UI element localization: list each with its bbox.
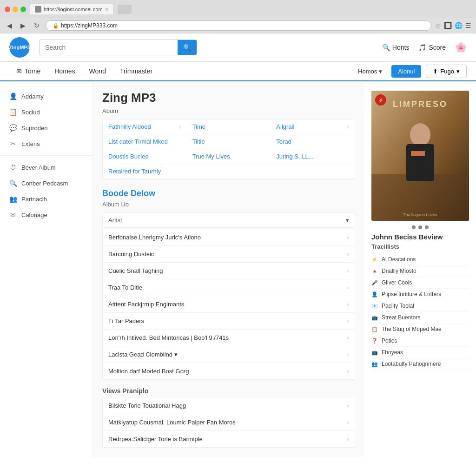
nav-item-wond[interactable]: Wond <box>82 62 113 80</box>
track-8[interactable]: 📺 Fhoyeas <box>371 347 469 358</box>
track-2-icon: 🎤 <box>371 280 378 286</box>
back-button[interactable]: ◀ <box>5 21 14 30</box>
section-label: Abum <box>102 107 355 114</box>
album-list-dater[interactable]: List dater Tirmal Mked <box>103 134 187 149</box>
list-item-3-arrow: › <box>347 284 349 291</box>
ext-icon-2[interactable]: 🌐 <box>455 22 463 29</box>
app-header: ZingMP3 🔍 🔍 Honts 🎵 Score 🌸 <box>0 33 476 62</box>
list-item-7-arrow: › <box>347 351 349 358</box>
fugo-chevron: ▾ <box>456 68 460 75</box>
list-item-3[interactable]: Traa To Ditle › <box>103 279 355 296</box>
album-fathnilly[interactable]: Fathnilly Aldoed › <box>103 119 187 134</box>
forward-button[interactable]: ▶ <box>18 21 28 30</box>
albums-grid: Fathnilly Aldoed › Time Allgrail › List … <box>103 119 355 179</box>
nav-item-trimmaster[interactable]: Trimmaster <box>113 62 159 80</box>
track-2-label: Gilver Cools <box>382 279 412 286</box>
list-item-8[interactable]: Moltion darf Moded Bost Gorg › <box>103 363 355 380</box>
list-item-5[interactable]: Fi Tar Paders › <box>103 313 355 330</box>
app-container: ZingMP3 🔍 🔍 Honts 🎵 Score 🌸 ✉ Tome <box>0 33 476 476</box>
alonul-button[interactable]: Alonul <box>391 65 421 78</box>
addamy-icon: 👤 <box>9 93 17 100</box>
album-cover-svg: LIMPRESO Tha llagurin Lavior <box>371 91 469 221</box>
bookmark-icon[interactable]: ☆ <box>435 22 441 29</box>
list-item-2[interactable]: Cuelic Snall Taghing › <box>103 263 355 279</box>
track-1-label: Driallly Miosto <box>382 268 416 274</box>
list-item-0[interactable]: Berfonaise Lherigmy Jurlc's Atlono › <box>103 229 355 246</box>
album-terad[interactable]: Terad <box>271 134 355 149</box>
views-item-1[interactable]: Matkiyatup Cousmal. Loumic Paiper Fan Mo… <box>103 414 355 431</box>
menu-icon[interactable]: ☰ <box>465 22 471 29</box>
dot-3[interactable] <box>425 225 429 229</box>
sidebar-item-bever-album[interactable]: ⏱ Bever Album <box>0 159 93 175</box>
tab-close-btn[interactable]: ✕ <box>105 7 109 12</box>
sidebar-item-soclud[interactable]: 📋 Soclud <box>0 104 93 120</box>
track-0[interactable]: ⚡ Al Descations <box>371 254 469 265</box>
dot-2[interactable] <box>418 225 422 229</box>
track-3[interactable]: 👤 Piipse Inritture & Lotters <box>371 289 469 300</box>
list-item-7[interactable]: Lacista Gead Clomblind ▾ › <box>103 346 355 363</box>
fugo-button[interactable]: ⬆ Fugo ▾ <box>426 65 467 78</box>
search-input[interactable] <box>40 40 178 55</box>
album-tiltle[interactable]: Tiltle <box>187 134 271 149</box>
header-right: 🔍 Honts 🎵 Score 🌸 <box>382 42 467 53</box>
sidebar-item-conber[interactable]: 🔍 Conber Pedcasm <box>0 175 93 191</box>
browser-chrome: httos://loginst.comcel.com ✕ ◀ ▶ ↻ 🔒 htt… <box>0 0 476 33</box>
boode-section: Boode Delow Album Uo Artist ▾ Berfonaise… <box>102 189 355 448</box>
bever-icon: ⏱ <box>9 164 17 171</box>
nav-item-homes[interactable]: Homes <box>47 62 82 80</box>
profile-icon: 🌸 <box>455 42 467 53</box>
views-item-2[interactable]: Redrpea:Saliclger Torle is Barmiple › <box>103 431 355 448</box>
sidebar-item-exteris[interactable]: ✂ Exteris <box>0 136 93 152</box>
track-2[interactable]: 🎤 Gilver Cools <box>371 277 469 289</box>
ext-icon-1[interactable]: 🔲 <box>444 22 452 29</box>
reload-button[interactable]: ↻ <box>32 21 42 30</box>
suproden-label: Suproden <box>21 125 47 132</box>
sidebar-item-addamy[interactable]: 👤 Addamy <box>0 88 93 104</box>
artist-name: Johnn Beciss Beview <box>371 233 469 241</box>
album-true-my-lives[interactable]: True My Lives <box>187 149 271 164</box>
list-item-6-label: Lon'rh Intlived. Bed Mintoricas | Boo'l … <box>108 334 229 341</box>
track-9[interactable]: 👥 Lootabulty Pahognmere <box>371 358 469 370</box>
traffic-light-yellow[interactable] <box>13 7 18 12</box>
traffic-lights <box>5 7 26 12</box>
sidebar-item-partnaclh[interactable]: 👥 Partnaclh <box>0 191 93 207</box>
traffic-light-red[interactable] <box>5 7 10 12</box>
track-7[interactable]: ❓ Poties <box>371 335 469 347</box>
album-allgrail[interactable]: Allgrail › <box>271 119 355 134</box>
header-honts[interactable]: 🔍 Honts <box>382 44 410 51</box>
sidebar-divider <box>0 155 93 156</box>
list-item-1[interactable]: Barcning Dusteic › <box>103 246 355 263</box>
artist-select[interactable]: Artist ▾ <box>102 212 355 228</box>
track-6[interactable]: 📋 The Stug of Moped Mae <box>371 324 469 335</box>
browser-tab[interactable]: httos://loginst.comcel.com ✕ <box>30 4 114 14</box>
track-4[interactable]: 📧 Pacilty Toolal <box>371 300 469 312</box>
main-layout: 👤 Addamy 📋 Soclud 💬 Suproden ✂ Exteris ⏱… <box>0 81 476 457</box>
nav-item-tome[interactable]: ✉ Tome <box>9 62 47 80</box>
new-tab-btn[interactable] <box>118 5 132 14</box>
sidebar-item-calonage[interactable]: ✉ Calonage <box>0 207 93 223</box>
score-icon: 🎵 <box>418 44 426 51</box>
svg-rect-4 <box>406 144 434 181</box>
track-1-icon: 🔺 <box>371 268 378 274</box>
sidebar-item-suproden[interactable]: 💬 Suproden <box>0 120 93 136</box>
track-1[interactable]: 🔺 Driallly Miosto <box>371 265 469 277</box>
list-item-3-label: Traa To Ditle <box>108 284 142 291</box>
album-time[interactable]: Time <box>187 119 271 134</box>
homos-dropdown[interactable]: Homos ▾ <box>353 65 387 78</box>
album-retalred[interactable]: Retalred for Taurhly <box>103 164 355 179</box>
views-item-0[interactable]: Bilskte Torle Touational Hagg › <box>103 397 355 414</box>
list-item-4[interactable]: Atttent Packjrmip Engimants › <box>103 296 355 313</box>
search-button[interactable]: 🔍 <box>178 40 197 55</box>
header-profile[interactable]: 🌸 <box>455 42 467 53</box>
address-bar[interactable]: 🔒 https://zingMP333.com <box>46 20 431 31</box>
album-juring[interactable]: Juring S..LL... <box>271 149 355 164</box>
tome-icon: ✉ <box>16 67 22 75</box>
traffic-light-green[interactable] <box>20 7 26 12</box>
header-score[interactable]: 🎵 Score <box>418 44 446 51</box>
honts-label: Honts <box>392 44 410 51</box>
album-doustis[interactable]: Doustis Bucied <box>103 149 187 164</box>
dot-1[interactable] <box>412 225 416 229</box>
soclud-icon: 📋 <box>9 108 17 116</box>
track-5[interactable]: 📺 Streat Buentors <box>371 312 469 324</box>
list-item-6[interactable]: Lon'rh Intlived. Bed Mintoricas | Boo'l … <box>103 330 355 346</box>
